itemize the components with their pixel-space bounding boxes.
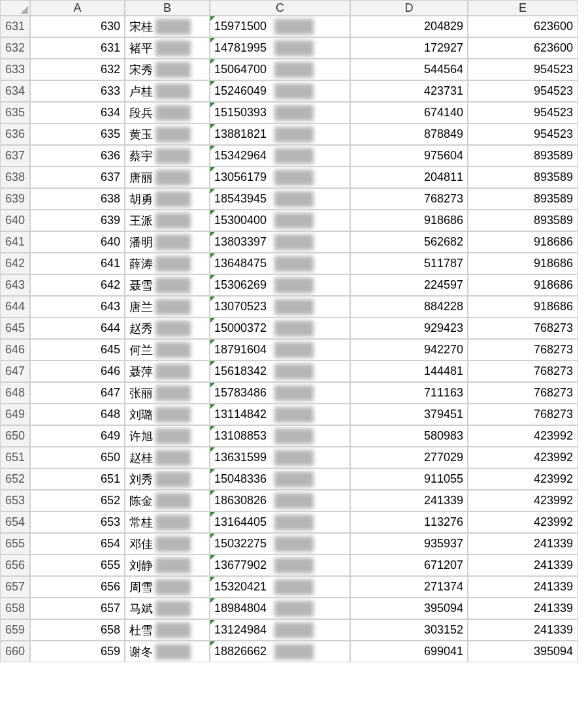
cell-E[interactable]: 395094 (468, 641, 578, 662)
cell-C[interactable]: 15032275 (210, 533, 350, 555)
cell-B[interactable]: 聂雪 (125, 274, 210, 296)
cell-D[interactable]: 884228 (350, 296, 468, 317)
cell-C[interactable]: 13631599 (210, 447, 350, 468)
cell-B[interactable]: 薛涛 (125, 253, 210, 274)
cell-E[interactable]: 241339 (468, 533, 578, 555)
cell-E[interactable]: 918686 (468, 231, 578, 253)
cell-B[interactable]: 邓佳 (125, 533, 210, 555)
cell-E[interactable]: 954523 (468, 80, 578, 102)
cell-B[interactable]: 马斌 (125, 598, 210, 619)
row-header[interactable]: 642 (0, 253, 30, 274)
cell-D[interactable]: 562682 (350, 231, 468, 253)
cell-A[interactable]: 634 (30, 102, 125, 123)
cell-B[interactable]: 刘璐 (125, 404, 210, 425)
cell-A[interactable]: 633 (30, 80, 125, 102)
cell-C[interactable]: 15783486 (210, 382, 350, 404)
cell-B[interactable]: 许旭 (125, 425, 210, 447)
row-header[interactable]: 652 (0, 468, 30, 490)
cell-D[interactable]: 711163 (350, 382, 468, 404)
cell-D[interactable]: 395094 (350, 598, 468, 619)
cell-C[interactable]: 15246049 (210, 80, 350, 102)
select-all-corner[interactable] (0, 0, 30, 16)
cell-B[interactable]: 刘秀 (125, 468, 210, 490)
cell-B[interactable]: 宋秀 (125, 59, 210, 80)
cell-C[interactable]: 15000372 (210, 317, 350, 339)
cell-E[interactable]: 241339 (468, 598, 578, 619)
cell-D[interactable]: 379451 (350, 404, 468, 425)
row-header[interactable]: 656 (0, 555, 30, 576)
row-header[interactable]: 632 (0, 37, 30, 59)
cell-B[interactable]: 赵桂 (125, 447, 210, 468)
cell-B[interactable]: 潘明 (125, 231, 210, 253)
cell-D[interactable]: 144481 (350, 361, 468, 382)
cell-B[interactable]: 聂萍 (125, 361, 210, 382)
cell-A[interactable]: 638 (30, 188, 125, 210)
cell-C[interactable]: 15320421 (210, 576, 350, 598)
cell-B[interactable]: 卢桂 (125, 80, 210, 102)
col-header-B[interactable]: B (125, 0, 210, 16)
row-header[interactable]: 649 (0, 404, 30, 425)
cell-C[interactable]: 13677902 (210, 555, 350, 576)
cell-C[interactable]: 15342964 (210, 145, 350, 167)
cell-E[interactable]: 893589 (468, 188, 578, 210)
col-header-A[interactable]: A (30, 0, 125, 16)
row-header[interactable]: 640 (0, 210, 30, 231)
cell-C[interactable]: 13070523 (210, 296, 350, 317)
cell-A[interactable]: 641 (30, 253, 125, 274)
cell-D[interactable]: 423731 (350, 80, 468, 102)
cell-C[interactable]: 13648475 (210, 253, 350, 274)
cell-A[interactable]: 642 (30, 274, 125, 296)
cell-B[interactable]: 褚平 (125, 37, 210, 59)
cell-C[interactable]: 13881821 (210, 123, 350, 145)
cell-A[interactable]: 647 (30, 382, 125, 404)
cell-E[interactable]: 768273 (468, 382, 578, 404)
cell-A[interactable]: 648 (30, 404, 125, 425)
cell-E[interactable]: 423992 (468, 511, 578, 533)
cell-A[interactable]: 645 (30, 339, 125, 361)
cell-D[interactable]: 674140 (350, 102, 468, 123)
cell-D[interactable]: 911055 (350, 468, 468, 490)
row-header[interactable]: 655 (0, 533, 30, 555)
row-header[interactable]: 648 (0, 382, 30, 404)
cell-B[interactable]: 宋桂 (125, 16, 210, 37)
cell-B[interactable]: 陈金 (125, 490, 210, 511)
cell-C[interactable]: 13124984 (210, 619, 350, 641)
col-header-E[interactable]: E (468, 0, 578, 16)
row-header[interactable]: 646 (0, 339, 30, 361)
cell-B[interactable]: 杜雪 (125, 619, 210, 641)
cell-A[interactable]: 656 (30, 576, 125, 598)
cell-C[interactable]: 18826662 (210, 641, 350, 662)
cell-A[interactable]: 640 (30, 231, 125, 253)
cell-A[interactable]: 653 (30, 511, 125, 533)
cell-E[interactable]: 241339 (468, 619, 578, 641)
row-header[interactable]: 653 (0, 490, 30, 511)
cell-E[interactable]: 423992 (468, 468, 578, 490)
cell-B[interactable]: 张丽 (125, 382, 210, 404)
cell-A[interactable]: 644 (30, 317, 125, 339)
cell-B[interactable]: 谢冬 (125, 641, 210, 662)
cell-A[interactable]: 655 (30, 555, 125, 576)
cell-C[interactable]: 15971500 (210, 16, 350, 37)
cell-B[interactable]: 刘静 (125, 555, 210, 576)
cell-D[interactable]: 271374 (350, 576, 468, 598)
cell-C[interactable]: 13803397 (210, 231, 350, 253)
cell-A[interactable]: 650 (30, 447, 125, 468)
row-header[interactable]: 651 (0, 447, 30, 468)
cell-E[interactable]: 954523 (468, 102, 578, 123)
cell-E[interactable]: 241339 (468, 555, 578, 576)
cell-A[interactable]: 632 (30, 59, 125, 80)
cell-E[interactable]: 768273 (468, 339, 578, 361)
cell-B[interactable]: 赵秀 (125, 317, 210, 339)
cell-C[interactable]: 15064700 (210, 59, 350, 80)
cell-E[interactable]: 423992 (468, 490, 578, 511)
cell-E[interactable]: 893589 (468, 210, 578, 231)
cell-D[interactable]: 204829 (350, 16, 468, 37)
cell-D[interactable]: 241339 (350, 490, 468, 511)
row-header[interactable]: 657 (0, 576, 30, 598)
cell-C[interactable]: 18630826 (210, 490, 350, 511)
cell-E[interactable]: 768273 (468, 361, 578, 382)
cell-A[interactable]: 631 (30, 37, 125, 59)
cell-E[interactable]: 768273 (468, 317, 578, 339)
row-header[interactable]: 636 (0, 123, 30, 145)
cell-D[interactable]: 204811 (350, 167, 468, 188)
